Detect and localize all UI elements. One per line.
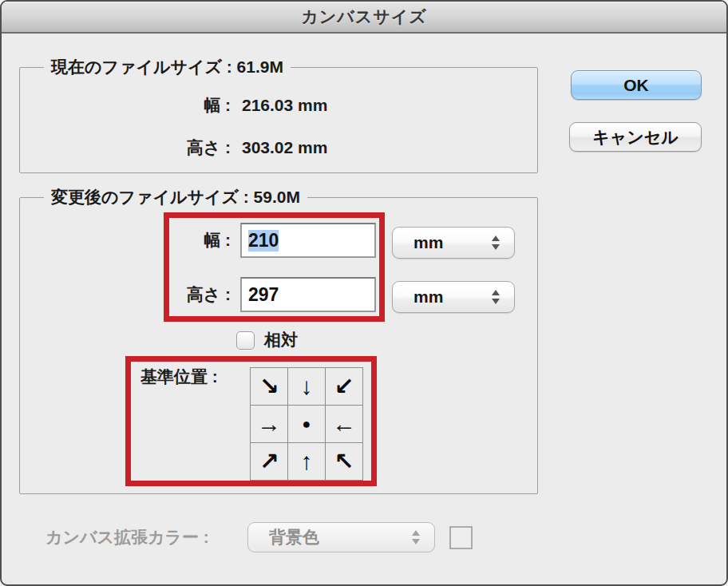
new-width-row: 幅 : 210 <box>20 223 376 258</box>
stepper-icons <box>492 290 500 304</box>
anchor-cell-middle-right[interactable]: ← <box>326 406 362 442</box>
arrow-up-left-icon: ↖ <box>334 449 354 473</box>
relative-checkbox[interactable] <box>236 331 255 350</box>
stepper-down-icon <box>492 244 500 250</box>
stepper-up-icon <box>492 290 500 295</box>
current-height-value: 303.02 mm <box>242 138 327 157</box>
arrow-left-icon: ← <box>332 412 356 436</box>
anchor-cell-middle-left[interactable]: → <box>251 406 287 442</box>
width-unit-value: mm <box>413 233 492 252</box>
canvas-size-dialog: カンバスサイズ 現在のファイルサイズ : 61.9M 幅 : 216.03 mm… <box>0 0 728 586</box>
stepper-icons <box>412 530 420 544</box>
anchor-position-grid: ↘ ↓ ↙ → ● ← ↗ ↑ ↖ <box>250 367 363 481</box>
anchor-cell-center[interactable]: ● <box>288 406 325 442</box>
current-height-label: 高さ : <box>20 137 231 159</box>
anchor-cell-bottom-right[interactable]: ↖ <box>326 443 362 480</box>
canvas-extension-color-swatch <box>449 526 473 549</box>
canvas-extension-label: カンバス拡張カラー : <box>46 526 237 548</box>
relative-label: 相対 <box>264 329 298 351</box>
current-width-label: 幅 : <box>20 94 231 117</box>
new-file-size-legend: 変更後のファイルサイズ : 59.0M <box>44 187 307 208</box>
canvas-extension-row: カンバス拡張カラー : 背景色 <box>46 522 473 552</box>
new-width-label: 幅 : <box>20 229 231 251</box>
current-width-row: 幅 : 216.03 mm <box>20 94 537 117</box>
anchor-cell-bottom-center[interactable]: ↑ <box>288 443 325 480</box>
stepper-up-icon <box>492 236 500 241</box>
dialog-title: カンバスサイズ <box>301 6 426 28</box>
height-input-text: 297 <box>248 284 279 306</box>
stepper-icons <box>492 236 500 250</box>
arrow-right-icon: → <box>257 412 281 436</box>
current-width-value: 216.03 mm <box>242 96 327 115</box>
ok-button[interactable]: OK <box>571 70 702 100</box>
arrow-down-icon: ↓ <box>301 374 313 398</box>
dialog-titlebar[interactable]: カンバスサイズ <box>2 2 726 34</box>
stepper-down-icon <box>492 299 500 304</box>
arrow-up-icon: ↑ <box>301 449 313 473</box>
width-input[interactable]: 210 <box>240 223 376 258</box>
arrow-down-left-icon: ↙ <box>334 374 354 398</box>
width-input-selected-text: 210 <box>248 230 279 251</box>
new-height-row: 高さ : 297 <box>20 277 376 312</box>
anchor-cell-top-left[interactable]: ↘ <box>251 368 287 405</box>
canvas-extension-color-dropdown: 背景色 <box>247 522 435 552</box>
stepper-up-icon <box>412 530 420 536</box>
anchor-cell-top-right[interactable]: ↙ <box>326 368 362 405</box>
height-unit-dropdown[interactable]: mm <box>392 281 515 313</box>
height-input[interactable]: 297 <box>240 277 376 312</box>
arrow-up-right-icon: ↗ <box>259 449 279 473</box>
anchor-cell-bottom-left[interactable]: ↗ <box>251 443 287 480</box>
current-height-row: 高さ : 303.02 mm <box>20 137 537 159</box>
cancel-button[interactable]: キャンセル <box>569 122 702 152</box>
current-file-size-group: 現在のファイルサイズ : 61.9M 幅 : 216.03 mm 高さ : 30… <box>19 67 538 173</box>
width-unit-dropdown[interactable]: mm <box>392 227 515 259</box>
relative-row: 相対 <box>236 329 298 351</box>
canvas-extension-color-value: 背景色 <box>269 526 412 548</box>
current-file-size-legend: 現在のファイルサイズ : 61.9M <box>44 57 291 77</box>
anchor-cell-top-center[interactable]: ↓ <box>288 368 325 405</box>
anchor-position-label: 基準位置 : <box>140 366 218 388</box>
anchor-center-dot-icon: ● <box>303 417 311 431</box>
stepper-down-icon <box>412 539 420 544</box>
arrow-down-right-icon: ↘ <box>259 374 279 398</box>
new-height-label: 高さ : <box>20 283 231 306</box>
height-unit-value: mm <box>413 287 492 307</box>
new-file-size-group: 変更後のファイルサイズ : 59.0M 幅 : 210 mm 高さ : 297 … <box>19 197 538 494</box>
